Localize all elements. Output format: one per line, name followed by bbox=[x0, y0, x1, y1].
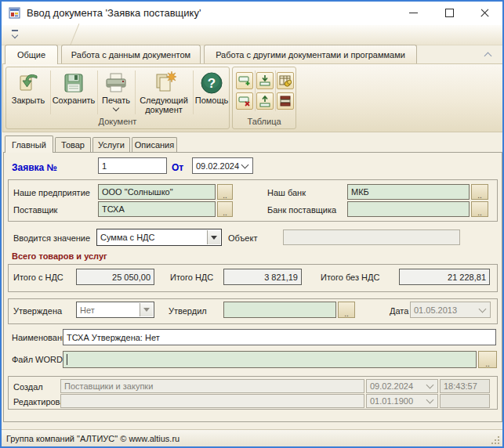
approved-date-label: Дата bbox=[390, 306, 408, 316]
add-row-button[interactable] bbox=[236, 72, 253, 89]
ribbon-group-table: Таблица bbox=[232, 67, 296, 129]
combo-dropdown-button[interactable] bbox=[207, 230, 220, 244]
minimize-icon bbox=[409, 13, 418, 13]
date-combobox[interactable]: 09.02.2024 bbox=[192, 157, 253, 174]
edited-by-value bbox=[60, 394, 364, 408]
print-icon bbox=[103, 70, 129, 96]
dropdown-arrow-icon bbox=[143, 308, 150, 312]
approved-dropdown-button bbox=[140, 303, 153, 316]
table-sum-button[interactable] bbox=[277, 72, 294, 89]
delete-row-icon bbox=[238, 95, 251, 107]
edited-time-value bbox=[440, 394, 490, 408]
save-icon bbox=[61, 70, 86, 96]
created-time-value: 18:43:57 bbox=[440, 379, 490, 393]
page-tab-descriptions[interactable]: Описания bbox=[132, 137, 177, 152]
print-dropdown-icon bbox=[113, 105, 119, 111]
word-file-lookup-button[interactable]: .. bbox=[478, 351, 497, 368]
group-label-document: Документ bbox=[6, 117, 229, 128]
value-type-label: Вводится значение bbox=[13, 233, 90, 243]
chevron-down-icon bbox=[241, 161, 249, 168]
document-entry-window: Ввод документа 'Заявка поставщику' Общие… bbox=[0, 0, 504, 448]
move-row-up-button[interactable] bbox=[256, 92, 274, 110]
window-title: Ввод документа 'Заявка поставщику' bbox=[27, 2, 201, 25]
company-label: Наше предприятие bbox=[13, 188, 90, 197]
total-with-vat-label: Итого с НДС bbox=[13, 273, 63, 282]
value-type-combobox[interactable]: Сумма с НДС bbox=[96, 229, 222, 246]
created-label: Создал bbox=[13, 382, 43, 392]
status-bar: Группа компаний "АЛТИУС" © www.altius.ru bbox=[2, 429, 502, 447]
maximize-icon bbox=[445, 9, 454, 17]
move-row-up-icon bbox=[259, 95, 271, 107]
title-bar[interactable]: Ввод документа 'Заявка поставщику' bbox=[2, 2, 502, 25]
approved-by-input[interactable] bbox=[223, 302, 336, 318]
supplier-bank-input[interactable] bbox=[347, 201, 470, 217]
insert-row-down-icon bbox=[259, 74, 271, 87]
approved-combobox: Нет bbox=[76, 302, 154, 318]
quick-access-toolbar bbox=[2, 25, 502, 45]
help-icon: ? bbox=[199, 70, 224, 96]
request-number-input[interactable]: 1 bbox=[98, 157, 167, 174]
object-label: Объект bbox=[228, 233, 257, 243]
chevron-down-icon bbox=[426, 396, 434, 404]
total-vat-label: Итого НДС bbox=[170, 273, 213, 282]
ribbon-panel: Закрыть Сохранить bbox=[2, 63, 503, 132]
table-sum-icon bbox=[279, 74, 292, 87]
delete-row-button[interactable] bbox=[236, 92, 253, 110]
approved-date-combobox: 01.05.2013 bbox=[410, 302, 491, 318]
status-text: Группа компаний "АЛТИУС" © www.altius.ru bbox=[6, 430, 179, 447]
minimize-button[interactable] bbox=[396, 2, 430, 24]
text-caret bbox=[67, 354, 67, 365]
next-document-icon bbox=[151, 70, 176, 96]
table-rows-icon bbox=[279, 95, 292, 107]
ribbon-tab-general[interactable]: Общие bbox=[5, 45, 58, 64]
dropdown-arrow-icon bbox=[211, 236, 217, 240]
totals-heading: Всего товаров и услуг bbox=[12, 251, 107, 261]
our-bank-label: Наш банк bbox=[267, 188, 306, 197]
close-button[interactable] bbox=[467, 2, 502, 24]
chevron-up-icon bbox=[484, 52, 491, 60]
supplier-bank-lookup-button[interactable]: .. bbox=[471, 201, 488, 217]
request-number-label: Заявка № bbox=[12, 162, 57, 173]
our-bank-lookup-button[interactable]: .. bbox=[471, 184, 488, 200]
created-date-value: 09.02.2024 bbox=[366, 379, 438, 393]
total-without-vat-label: Итого без НДС bbox=[321, 273, 379, 282]
date-from-label: От bbox=[172, 162, 183, 173]
company-lookup-button[interactable]: .. bbox=[217, 184, 233, 200]
help-button[interactable]: ? Помощь bbox=[194, 69, 229, 116]
approved-by-lookup-button[interactable]: .. bbox=[338, 302, 355, 318]
edited-date-value: 01.01.1900 bbox=[366, 394, 438, 408]
created-by-value: Поставщики и закупки bbox=[60, 379, 364, 393]
our-bank-input[interactable]: МКБ bbox=[347, 184, 470, 200]
main-tab-page: Заявка № 1 От 09.02.2024 Наше предприяти… bbox=[3, 152, 502, 422]
page-tab-services[interactable]: Услуги bbox=[92, 137, 130, 152]
next-document-button[interactable]: Следующий документ bbox=[136, 69, 191, 116]
save-button[interactable]: Сохранить bbox=[52, 69, 96, 116]
page-tab-main[interactable]: Главный bbox=[5, 135, 53, 153]
chevron-down-icon bbox=[479, 305, 487, 313]
total-without-vat-value: 21 228,81 bbox=[399, 269, 490, 285]
insert-row-down-button[interactable] bbox=[256, 72, 274, 89]
supplier-lookup-button[interactable]: .. bbox=[217, 201, 233, 217]
group-label-table: Таблица bbox=[233, 117, 296, 128]
table-rows-button[interactable] bbox=[277, 92, 294, 110]
resize-grip[interactable] bbox=[498, 443, 499, 444]
supplier-input[interactable]: ТСХА bbox=[98, 201, 216, 217]
chevron-down-icon bbox=[426, 381, 434, 389]
name-input[interactable]: ТСХА Утверждена: Нет bbox=[63, 329, 496, 345]
print-button[interactable]: Печать bbox=[99, 69, 133, 116]
page-tab-goods[interactable]: Товар bbox=[55, 137, 91, 152]
maximize-button[interactable] bbox=[432, 2, 466, 24]
close-document-button[interactable]: Закрыть bbox=[8, 69, 49, 116]
close-document-icon bbox=[16, 70, 41, 96]
approved-label: Утверждена bbox=[13, 306, 62, 316]
ribbon-tab-current-document[interactable]: Работа с данным документом bbox=[61, 45, 201, 63]
ribbon-tab-other-documents[interactable]: Работа с другими документами и программа… bbox=[204, 45, 417, 63]
word-file-input[interactable] bbox=[63, 351, 477, 368]
word-file-label: Файл WORD bbox=[12, 355, 63, 364]
collapse-ribbon-button[interactable] bbox=[481, 49, 494, 61]
company-input[interactable]: ООО "Солнышко" bbox=[98, 184, 216, 200]
supplier-bank-label: Банк поставщика bbox=[267, 205, 336, 215]
close-icon bbox=[480, 8, 490, 18]
supplier-label: Поставщик bbox=[13, 205, 57, 215]
customize-toolbar-icon[interactable] bbox=[9, 30, 20, 40]
